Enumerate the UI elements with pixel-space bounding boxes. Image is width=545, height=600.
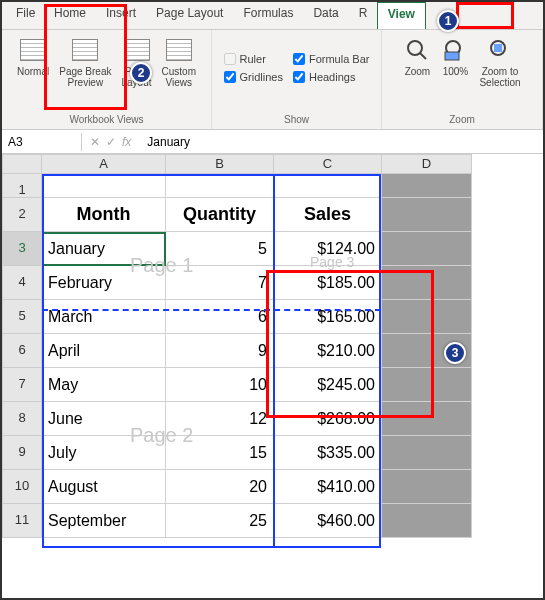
col-header-a[interactable]: A [42,154,166,174]
tab-file[interactable]: File [6,2,44,29]
svg-point-0 [408,41,422,55]
cell-A5[interactable]: March [42,300,166,334]
normal-view-button[interactable]: Normal [13,34,53,90]
cancel-icon[interactable]: ✕ [90,135,100,149]
page-layout-icon [123,36,151,64]
formula-input[interactable]: January [139,135,543,149]
row-header[interactable]: 4 [2,266,42,300]
cell-D8[interactable] [382,402,472,436]
zoom-100-button[interactable]: 100% [437,34,473,90]
tab-insert[interactable]: Insert [96,2,146,29]
formula-bar-checkbox[interactable]: Formula Bar [293,53,370,65]
cell-B8[interactable]: 12 [166,402,274,436]
tab-view[interactable]: View [377,2,426,29]
cell-A6[interactable]: April [42,334,166,368]
zoom-selection-button[interactable]: Zoom to Selection [475,34,524,90]
col-header-d[interactable]: D [382,154,472,174]
ruler-checkbox[interactable]: Ruler [224,53,283,65]
annotation-badge-1: 1 [437,10,459,32]
cell-C4[interactable]: $185.00 [274,266,382,300]
cell-D11[interactable] [382,504,472,538]
svg-rect-3 [445,52,459,60]
custom-views-button[interactable]: Custom Views [158,34,200,90]
cell-B6[interactable]: 9 [166,334,274,368]
row-header[interactable]: 11 [2,504,42,538]
fx-icon[interactable]: fx [122,135,131,149]
row-header[interactable]: 10 [2,470,42,504]
row-header[interactable]: 7 [2,368,42,402]
cell-D3[interactable] [382,232,472,266]
row-header[interactable]: 1 [2,174,42,198]
cell-B7[interactable]: 10 [166,368,274,402]
cell-D7[interactable] [382,368,472,402]
tab-page-layout[interactable]: Page Layout [146,2,233,29]
fbar-icons: ✕ ✓ fx [82,135,139,149]
zoom-button[interactable]: Zoom [399,34,435,90]
select-all-corner[interactable] [2,154,42,174]
cell-C5[interactable]: $165.00 [274,300,382,334]
cell-C3[interactable]: $124.00 [274,232,382,266]
cell-B4[interactable]: 7 [166,266,274,300]
row-header[interactable]: 5 [2,300,42,334]
col-header-c[interactable]: C [274,154,382,174]
tab-data[interactable]: Data [303,2,348,29]
cell-A10[interactable]: August [42,470,166,504]
table-row: 4February7$185.00 [2,266,543,300]
cell-A4[interactable]: February [42,266,166,300]
page-break-preview-icon [71,36,99,64]
cell-B10[interactable]: 20 [166,470,274,504]
cell-D4[interactable] [382,266,472,300]
row-resize-cursor-icon: ↕ [317,304,324,320]
cell-D2[interactable] [382,198,472,232]
cell-A8[interactable]: June [42,402,166,436]
name-box[interactable]: A3 [2,133,82,151]
zoom-label: Zoom [405,66,431,77]
cell-B11[interactable]: 25 [166,504,274,538]
cell-C10[interactable]: $410.00 [274,470,382,504]
cell-D9[interactable] [382,436,472,470]
group-zoom: Zoom 100% Zoom to Selection Zoom [382,30,543,129]
tab-home[interactable]: Home [44,2,96,29]
cell-A7[interactable]: May [42,368,166,402]
cell-B3[interactable]: 5 [166,232,274,266]
normal-icon [19,36,47,64]
cell-A2[interactable]: Month [42,198,166,232]
cell-B1[interactable] [166,174,274,198]
tab-formulas[interactable]: Formulas [233,2,303,29]
cell-D10[interactable] [382,470,472,504]
row-header[interactable]: 2 [2,198,42,232]
cell-C9[interactable]: $335.00 [274,436,382,470]
custom-label-1: Custom [162,66,196,77]
row-header[interactable]: 3 [2,232,42,266]
cell-A9[interactable]: July [42,436,166,470]
cell-C7[interactable]: $245.00 [274,368,382,402]
enter-icon[interactable]: ✓ [106,135,116,149]
cell-C6[interactable]: $210.00 [274,334,382,368]
page-break-label-2: Preview [68,77,104,88]
cell-B9[interactable]: 15 [166,436,274,470]
cell-B2[interactable]: Quantity [166,198,274,232]
annotation-badge-3: 3 [444,342,466,364]
tab-review[interactable]: R [349,2,377,29]
zoom-100-icon [441,36,469,64]
cell-A3[interactable]: January [42,232,166,266]
cell-C2[interactable]: Sales [274,198,382,232]
cell-A11[interactable]: September [42,504,166,538]
cell-D5[interactable] [382,300,472,334]
cell-D1[interactable] [382,174,472,198]
cell-B5[interactable]: 6 [166,300,274,334]
gridlines-checkbox[interactable]: Gridlines [224,71,283,83]
row-header[interactable]: 8 [2,402,42,436]
cell-C11[interactable]: $460.00 [274,504,382,538]
row-header[interactable]: 6 [2,334,42,368]
cell-A1[interactable] [42,174,166,198]
col-header-b[interactable]: B [166,154,274,174]
cell-C8[interactable]: $268.00 [274,402,382,436]
page-break-preview-button[interactable]: Page Break Preview [55,34,115,90]
cell-C1[interactable] [274,174,382,198]
headings-checkbox[interactable]: Headings [293,71,370,83]
ribbon: Normal Page Break Preview Page Layout Cu… [2,30,543,130]
group-workbook-views: Normal Page Break Preview Page Layout Cu… [2,30,212,129]
custom-views-icon [165,36,193,64]
row-header[interactable]: 9 [2,436,42,470]
